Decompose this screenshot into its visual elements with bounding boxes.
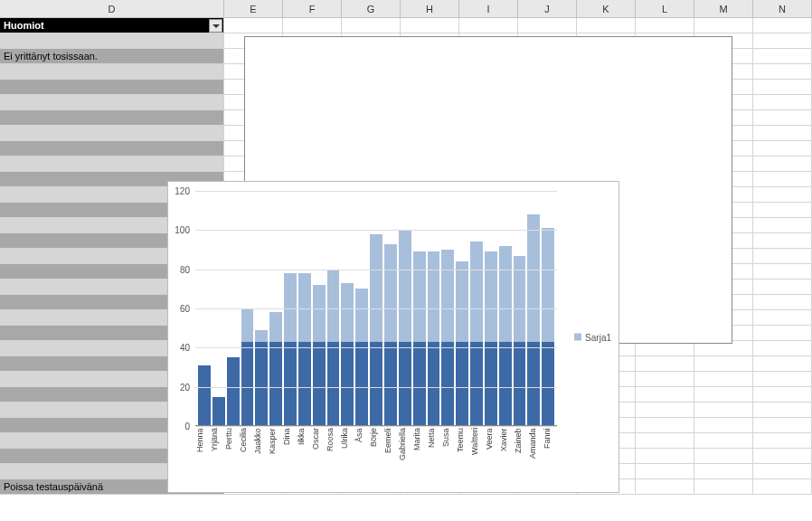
data-cell-d[interactable] <box>0 141 224 156</box>
cell[interactable] <box>694 479 753 495</box>
cell[interactable] <box>694 387 753 403</box>
cell[interactable] <box>753 264 812 279</box>
chart-bar[interactable] <box>384 342 397 426</box>
filter-dropdown-icon[interactable] <box>209 19 222 33</box>
chart-bar[interactable] <box>255 342 268 426</box>
cell[interactable] <box>342 18 401 33</box>
col-header-e[interactable]: E <box>224 0 283 17</box>
cell[interactable] <box>753 372 812 387</box>
cell[interactable] <box>694 18 753 33</box>
col-header-i[interactable]: I <box>459 0 518 17</box>
cell[interactable] <box>753 310 812 326</box>
chart-bar[interactable] <box>284 342 297 426</box>
chart-bar[interactable] <box>298 342 311 426</box>
chart-object[interactable]: 020406080100120 HennaYrjänäPerttuCecilia… <box>167 181 619 493</box>
cell[interactable] <box>283 18 342 33</box>
cell[interactable] <box>694 433 753 449</box>
chart-bar[interactable] <box>269 342 282 426</box>
chart-bar[interactable] <box>470 342 483 426</box>
cell[interactable] <box>753 387 812 403</box>
filter-header-huomiot[interactable]: Huomiot <box>0 18 224 33</box>
chart-bar[interactable] <box>355 342 368 426</box>
cell[interactable] <box>753 356 812 372</box>
chart-bar[interactable] <box>341 342 354 426</box>
cell[interactable] <box>753 449 812 464</box>
cell[interactable] <box>636 464 694 479</box>
cell[interactable] <box>459 18 518 33</box>
data-cell-d[interactable] <box>0 64 224 80</box>
chart-bar[interactable] <box>542 342 554 426</box>
cell[interactable] <box>753 464 812 479</box>
cell[interactable] <box>753 80 812 95</box>
col-header-h[interactable]: H <box>401 0 459 17</box>
cell[interactable] <box>753 33 812 49</box>
cell[interactable] <box>753 403 812 418</box>
cell[interactable] <box>636 387 694 403</box>
cell[interactable] <box>753 218 812 233</box>
chart-bar[interactable] <box>227 357 240 426</box>
chart-bar[interactable] <box>527 342 540 426</box>
col-header-f[interactable]: F <box>283 0 342 17</box>
cell[interactable] <box>753 418 812 433</box>
cell[interactable] <box>753 172 812 187</box>
col-header-j[interactable]: J <box>518 0 577 17</box>
cell[interactable] <box>753 295 812 310</box>
cell[interactable] <box>753 64 812 80</box>
col-header-l[interactable]: L <box>636 0 694 17</box>
chart-bar[interactable] <box>241 342 254 426</box>
cell[interactable] <box>518 18 577 33</box>
cell[interactable] <box>694 372 753 387</box>
cell[interactable] <box>401 18 459 33</box>
chart-bar[interactable] <box>370 342 382 426</box>
cell[interactable] <box>577 18 636 33</box>
cell[interactable] <box>636 372 694 387</box>
chart-bar[interactable] <box>313 342 326 426</box>
data-cell-d[interactable] <box>0 156 224 172</box>
chart-bar[interactable] <box>198 365 211 426</box>
cell[interactable] <box>694 403 753 418</box>
cell[interactable] <box>753 126 812 141</box>
cell[interactable] <box>753 233 812 249</box>
data-cell-d[interactable] <box>0 33 224 49</box>
data-cell-d[interactable] <box>0 126 224 141</box>
cell[interactable] <box>753 326 812 341</box>
chart-bar[interactable] <box>456 342 468 426</box>
chart-bar[interactable] <box>441 342 454 426</box>
col-header-g[interactable]: G <box>342 0 401 17</box>
cell[interactable] <box>636 479 694 495</box>
chart-bar[interactable] <box>212 397 225 427</box>
cell[interactable] <box>636 449 694 464</box>
cell[interactable] <box>694 464 753 479</box>
cell[interactable] <box>224 18 283 33</box>
cell[interactable] <box>753 433 812 449</box>
cell[interactable] <box>753 95 812 110</box>
chart-bar[interactable] <box>327 342 340 426</box>
cell[interactable] <box>753 341 812 356</box>
chart-bar[interactable] <box>514 342 526 426</box>
cell[interactable] <box>753 279 812 295</box>
cell[interactable] <box>753 187 812 203</box>
col-header-k[interactable]: K <box>577 0 636 17</box>
cell[interactable] <box>636 356 694 372</box>
data-cell-d[interactable] <box>0 110 224 126</box>
cell[interactable] <box>694 449 753 464</box>
cell[interactable] <box>753 110 812 126</box>
cell[interactable] <box>753 49 812 64</box>
chart-bar[interactable] <box>399 342 411 426</box>
col-header-d[interactable]: D <box>0 0 224 17</box>
cell[interactable] <box>753 203 812 218</box>
cell[interactable] <box>694 356 753 372</box>
col-header-n[interactable]: N <box>753 0 812 17</box>
cell[interactable] <box>753 141 812 156</box>
cell[interactable] <box>753 156 812 172</box>
cell[interactable] <box>636 403 694 418</box>
data-cell-d[interactable] <box>0 80 224 95</box>
cell[interactable] <box>636 18 694 33</box>
cell[interactable] <box>753 479 812 495</box>
cell[interactable] <box>636 418 694 433</box>
chart-bar[interactable] <box>485 342 497 426</box>
chart-bar[interactable] <box>413 342 426 426</box>
col-header-m[interactable]: M <box>694 0 753 17</box>
chart-bar[interactable] <box>499 342 512 426</box>
cell[interactable] <box>636 433 694 449</box>
